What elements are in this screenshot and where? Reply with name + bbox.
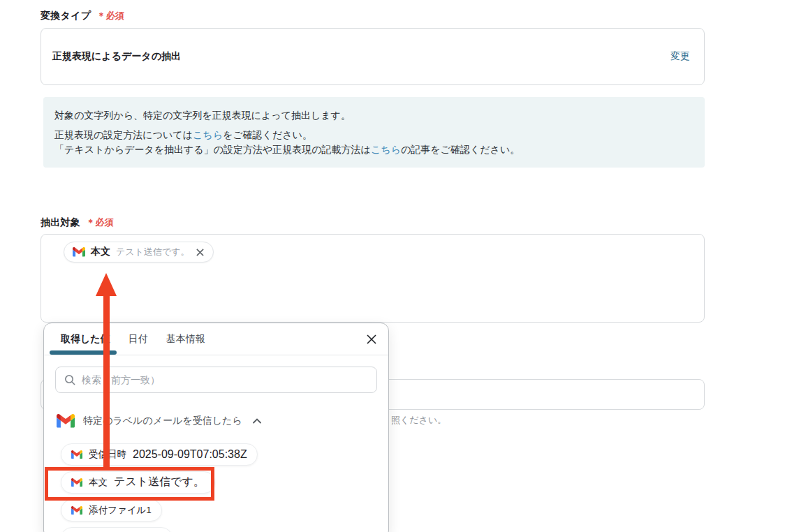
trigger-section-header[interactable]: 特定のラベルのメールを受信したら (44, 414, 388, 428)
gmail-icon (71, 450, 82, 459)
extraction-target-label: 抽出対象＊必須 (41, 216, 114, 229)
chip-label: 本文 (91, 246, 110, 258)
popup-tab-bar: 取得した値 日付 基本情報 (44, 323, 388, 355)
description-line-1: 対象の文字列から、特定の文字列を正規表現によって抽出します。 (54, 108, 694, 123)
annotation-highlight-box (45, 467, 214, 501)
annotation-arrow-shaft (103, 295, 110, 467)
search-icon (64, 374, 76, 386)
conversion-type-value: 正規表現によるデータの抽出 (52, 50, 670, 63)
conversion-type-label: 変換タイプ＊必須 (41, 10, 124, 22)
list-item-partial[interactable] (61, 527, 173, 532)
list-item-received-at[interactable]: 受信日時 2025-09-09T07:05:38Z (61, 443, 258, 466)
search-input[interactable] (82, 374, 368, 385)
required-badge: ＊必須 (86, 217, 114, 228)
gmail-icon (73, 247, 85, 257)
chip-remove-icon[interactable] (196, 248, 205, 257)
list-item-attachment[interactable]: 添付ファイル1 (61, 499, 162, 522)
selected-value-chip[interactable]: 本文 テスト送信です。 (64, 242, 214, 263)
help-link-1[interactable]: こちら (193, 129, 223, 140)
value-picker-popup: 取得した値 日付 基本情報 特定のラベルのメールを受信したら (43, 323, 389, 532)
conversion-type-select[interactable]: 正規表現によるデータの抽出 変更 (41, 28, 705, 85)
description-box: 対象の文字列から、特定の文字列を正規表現によって抽出します。 正規表現の設定方法… (43, 97, 705, 168)
description-line-3: 「テキストからデータを抽出する」の設定方法や正規表現の記載方法はこちらの記事をご… (54, 142, 694, 157)
chevron-up-icon[interactable] (252, 418, 262, 424)
gmail-icon (71, 506, 82, 515)
tab-basic-info[interactable]: 基本情報 (166, 333, 205, 346)
help-link-2[interactable]: こちら (371, 144, 401, 155)
close-icon[interactable] (365, 332, 379, 346)
required-badge: ＊必須 (96, 10, 124, 21)
annotation-arrow-head (96, 273, 117, 296)
extraction-target-label-text: 抽出対象 (41, 216, 80, 228)
tab-date[interactable]: 日付 (129, 333, 148, 346)
description-line-2: 正規表現の設定方法についてはこちらをご確認ください。 (54, 128, 694, 142)
item-value: 2025-09-09T07:05:38Z (133, 448, 247, 461)
conversion-type-label-text: 変換タイプ (41, 10, 91, 21)
extraction-target-input[interactable]: 本文 テスト送信です。 (41, 234, 705, 323)
item-label: 添付ファイル1 (89, 504, 152, 517)
change-link[interactable]: 変更 (670, 50, 690, 63)
chip-value: テスト送信です。 (116, 246, 190, 258)
field-helper-text: 照ください。 (391, 414, 446, 427)
gmail-icon (57, 414, 75, 428)
